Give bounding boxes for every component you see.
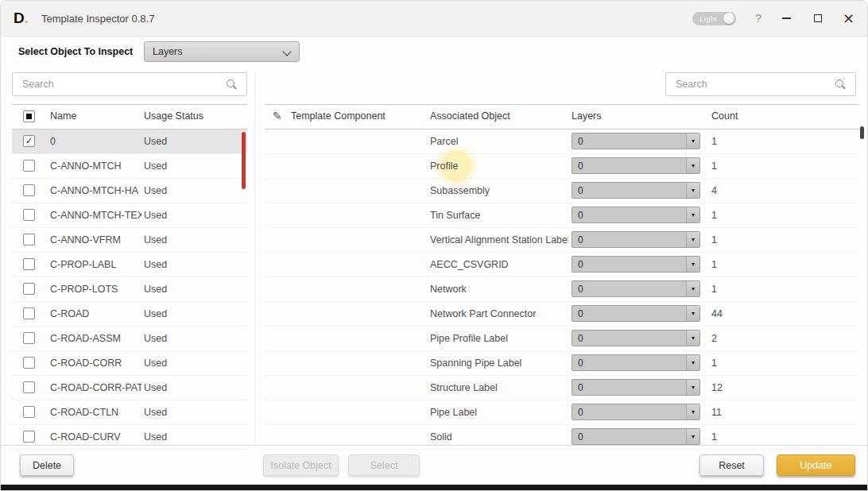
chevron-down-icon: ▾ [686, 355, 699, 370]
minimize-button[interactable] [781, 13, 792, 25]
theme-toggle[interactable]: Light [692, 12, 736, 25]
theme-toggle-label: Light [699, 14, 717, 23]
layer-select[interactable]: 0 ▾ [572, 231, 700, 248]
layer-name: C-ROAD-CORR [50, 358, 122, 369]
left-scrollbar-thumb[interactable] [242, 132, 246, 189]
reset-button[interactable]: Reset [699, 454, 764, 476]
layer-checkbox[interactable] [23, 283, 35, 295]
layer-usage-status: Used [144, 382, 167, 393]
maximize-button[interactable] [812, 13, 823, 25]
layer-select-value: 0 [572, 259, 583, 270]
chevron-down-icon: ▾ [686, 257, 699, 272]
count-value: 1 [711, 431, 717, 443]
component-row[interactable]: Network 0 ▾ 1 [265, 277, 859, 302]
column-header-usage-status: Usage Status [144, 110, 203, 122]
minimize-icon [782, 17, 791, 19]
component-row[interactable]: Pipe Label 0 ▾ 11 [265, 400, 859, 425]
layer-row[interactable]: C-ANNO-VFRM Used [12, 228, 247, 253]
layer-select[interactable]: 0 ▾ [572, 133, 700, 149]
layer-checkbox[interactable] [23, 234, 35, 246]
layer-select[interactable]: 0 ▾ [572, 207, 700, 223]
layer-checkbox[interactable] [23, 160, 35, 172]
layer-usage-status: Used [144, 284, 167, 295]
layer-row[interactable]: C-ROAD-CORR Used [12, 351, 247, 376]
component-row[interactable]: Spanning Pipe Label 0 ▾ 1 [265, 351, 859, 376]
layer-checkbox[interactable] [23, 184, 35, 196]
layer-checkbox[interactable] [23, 258, 35, 270]
layer-select[interactable]: 0 ▾ [572, 305, 700, 322]
chevron-down-icon: ▾ [686, 404, 699, 419]
component-row[interactable]: Network Part Connector 0 ▾ 44 [265, 302, 859, 327]
isolate-object-button[interactable]: Isolate Object [263, 454, 339, 476]
count-value: 11 [711, 407, 722, 418]
layer-select[interactable]: 0 ▾ [572, 354, 700, 371]
help-icon[interactable]: ? [755, 12, 761, 25]
object-type-select[interactable]: Layers [144, 41, 300, 62]
close-button[interactable]: × [843, 13, 854, 25]
layer-name: C-ROAD-CORR-PAT [50, 382, 141, 393]
select-object-label: Select Object To Inspect [18, 46, 144, 57]
layer-select-value: 0 [572, 333, 583, 344]
layer-select[interactable]: 0 ▾ [572, 428, 700, 445]
chevron-down-icon: ▾ [686, 207, 699, 222]
associated-object-label: Parcel [430, 136, 458, 147]
component-row[interactable]: Pipe Profile Label 0 ▾ 2 [265, 327, 859, 351]
layer-row[interactable]: C-ROAD-ASSM Used [12, 327, 247, 351]
left-search-input[interactable]: Search [12, 72, 247, 96]
layer-row[interactable]: C-ANNO-MTCH-TEXT Used [12, 203, 247, 228]
component-row[interactable]: Vertical Alignment Station Label 0 ▾ 1 [265, 228, 859, 253]
layer-checkbox[interactable] [23, 406, 35, 418]
layer-select[interactable]: 0 ▾ [572, 280, 700, 297]
layer-row[interactable]: C-ANNO-MTCH Used [12, 154, 247, 179]
layer-row[interactable]: C-PROP-LOTS Used [12, 277, 247, 302]
layer-row[interactable]: C-ROAD-CTLN Used [12, 400, 247, 425]
select-all-checkbox[interactable] [23, 110, 35, 122]
delete-button[interactable]: Delete [20, 454, 74, 476]
layer-select[interactable]: 0 ▾ [572, 256, 700, 273]
layer-select[interactable]: 0 ▾ [572, 182, 700, 199]
right-scrollbar-thumb[interactable] [860, 126, 864, 139]
component-row[interactable]: Parcel 0 ▾ 1 [265, 130, 859, 154]
titlebar-controls: Light ? × [692, 12, 854, 25]
select-button[interactable]: Select [348, 454, 420, 476]
layer-usage-status: Used [144, 358, 167, 369]
update-button[interactable]: Update [777, 454, 855, 476]
layer-select[interactable]: 0 ▾ [572, 404, 700, 420]
layer-checkbox[interactable] [23, 209, 35, 221]
layer-checkbox[interactable] [23, 307, 35, 319]
component-row[interactable]: Profile 0 ▾ 1 [265, 154, 859, 179]
column-header-count: Count [711, 110, 738, 122]
column-header-associated-object: Associated Object [430, 110, 510, 122]
associated-object-label: Tin Surface [430, 210, 480, 221]
layer-row[interactable]: C-ROAD Used [12, 302, 247, 327]
component-row[interactable]: Solid 0 ▾ 1 [265, 425, 859, 450]
layer-row[interactable]: C-ROAD-CURV Used [12, 425, 247, 450]
layer-name: C-ROAD [50, 308, 89, 319]
layer-checkbox[interactable] [23, 381, 35, 393]
layer-select[interactable]: 0 ▾ [572, 157, 700, 174]
layer-checkbox[interactable] [23, 332, 35, 344]
footer-divider [1, 445, 867, 446]
layer-row[interactable]: C-ANNO-MTCH-HA Used [12, 179, 247, 203]
associated-object-label: Solid [430, 431, 452, 443]
components-table: ✎ Template Component Associated Object L… [265, 104, 859, 450]
layer-select-value: 0 [572, 160, 583, 172]
component-row[interactable]: Structure Label 0 ▾ 12 [265, 376, 859, 400]
component-row[interactable]: Tin Surface 0 ▾ 1 [265, 203, 859, 228]
layer-row[interactable]: C-ROAD-CORR-PAT Used [12, 376, 247, 400]
logo-letter: D [14, 10, 25, 26]
count-value: 1 [711, 136, 717, 147]
component-row[interactable]: Subassembly 0 ▾ 4 [265, 179, 859, 203]
layer-row[interactable]: ✓ 0 Used [12, 130, 247, 154]
layer-select[interactable]: 0 ▾ [572, 379, 700, 396]
layer-select[interactable]: 0 ▾ [572, 330, 700, 346]
right-search-input[interactable]: Search [665, 72, 856, 96]
layer-checkbox[interactable] [23, 357, 35, 369]
layer-row[interactable]: C-PROP-LABL Used [12, 253, 247, 277]
component-row[interactable]: AECC_CSVGRID 0 ▾ 1 [265, 253, 859, 277]
layer-usage-status: Used [144, 308, 167, 319]
layer-checkbox[interactable] [23, 431, 35, 443]
layer-usage-status: Used [144, 210, 167, 221]
layer-checkbox[interactable]: ✓ [23, 135, 35, 147]
components-table-header: ✎ Template Component Associated Object L… [265, 104, 859, 130]
